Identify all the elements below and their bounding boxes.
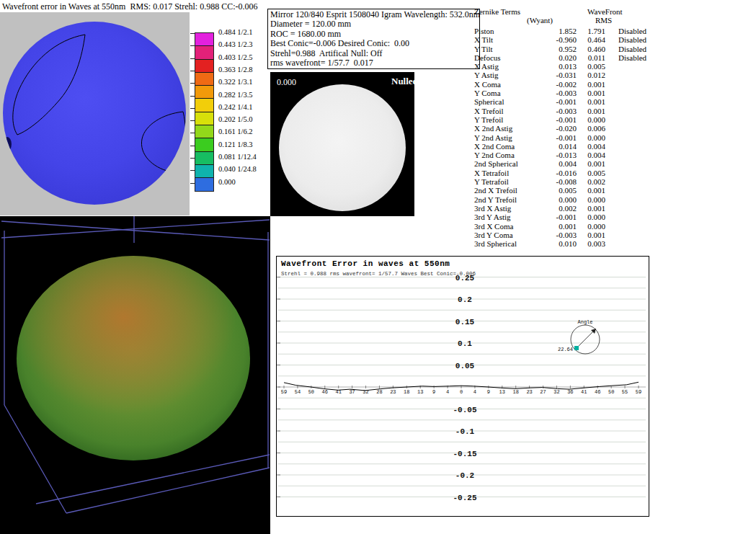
zernike-rows: Piston1.8521.791DisabledX Tilt-0.9600.46… xyxy=(474,27,690,248)
x-axis-label: 59 xyxy=(636,389,641,395)
zernike-rms: 0.006 xyxy=(577,124,605,133)
zernike-term: X Trefoil xyxy=(474,107,543,115)
zernike-status xyxy=(618,151,690,159)
zernike-row[interactable]: 3rd X Coma0.0010.000 xyxy=(474,222,690,231)
zernike-status xyxy=(618,195,690,204)
zernike-gap xyxy=(605,195,618,204)
zernike-wyant: -0.020 xyxy=(543,124,577,133)
zernike-gap xyxy=(605,45,618,53)
scale-tick xyxy=(190,183,195,184)
surface-3d-view[interactable] xyxy=(0,216,270,534)
zernike-wyant: -0.008 xyxy=(543,177,577,186)
null-status-label: Nulled xyxy=(391,76,414,87)
zernike-rms: 0.000 xyxy=(577,133,605,142)
zernike-rms: 0.001 xyxy=(577,204,605,213)
null-interferogram-panel[interactable]: 0.000 Nulled xyxy=(270,72,414,216)
zernike-wyant: -0.003 xyxy=(543,107,577,115)
zernike-wyant: -0.013 xyxy=(543,151,577,159)
y-axis-label: 0.05 xyxy=(455,362,475,370)
zernike-row[interactable]: 2nd X Trefoil0.0050.001 xyxy=(474,186,690,195)
scale-segment xyxy=(195,72,213,85)
zernike-wyant: -0.960 xyxy=(543,35,577,44)
scale-segment xyxy=(195,125,213,138)
zernike-row[interactable]: Y Trefoil-0.0010.000 xyxy=(474,115,690,124)
zernike-row[interactable]: Y Coma-0.0030.001 xyxy=(474,89,690,97)
zernike-row[interactable]: X Astig0.0130.005 xyxy=(474,62,690,71)
y-axis-label: -0.25 xyxy=(453,494,476,502)
x-axis-label: 9 xyxy=(487,389,490,395)
zernike-term: Piston xyxy=(474,27,543,35)
zernike-gap xyxy=(605,71,618,79)
color-scale-legend: 0.484 1/2.10.443 1/2.30.403 1/2.50.363 1… xyxy=(195,32,274,195)
null-rms-value: 0.000 xyxy=(277,77,296,88)
scale-label: 0.121 1/8.3 xyxy=(218,141,253,148)
zernike-status xyxy=(618,133,690,142)
zernike-row[interactable]: X Tetrafoil-0.0160.005 xyxy=(474,169,690,177)
zernike-gap xyxy=(605,124,618,133)
scale-label: 0.363 1/2.8 xyxy=(218,66,253,74)
zernike-col-wavefront: WaveFront xyxy=(587,7,623,16)
zernike-gap xyxy=(605,62,618,71)
zernike-row[interactable]: X Coma-0.0020.001 xyxy=(474,80,690,89)
x-axis-label: 13 xyxy=(417,389,423,395)
zernike-rms: 0.012 xyxy=(577,71,605,79)
x-axis-label: 18 xyxy=(512,389,518,395)
zernike-row[interactable]: X Tilt-0.9600.464Disabled xyxy=(474,35,690,44)
zernike-wyant: -0.031 xyxy=(543,71,577,79)
scale-segment xyxy=(195,85,213,98)
zernike-gap xyxy=(605,142,618,151)
zernike-row[interactable]: Piston1.8521.791Disabled xyxy=(474,27,690,35)
zernike-gap xyxy=(605,53,618,62)
color-scale-bar xyxy=(195,32,214,192)
zernike-title: Zernike Terms xyxy=(474,7,520,16)
zernike-gap xyxy=(605,89,618,97)
zernike-gap xyxy=(605,35,618,44)
zernike-row[interactable]: Y 2nd Coma-0.0130.004 xyxy=(474,151,690,159)
zernike-row[interactable]: 3rd X Astig0.0020.001 xyxy=(474,204,690,213)
zernike-row[interactable]: 2nd Y Trefoil0.0000.000 xyxy=(474,195,690,204)
info-line: Mirror 120/840 Esprit 1508040 Igram Wave… xyxy=(270,10,477,19)
wavefront-contour-map[interactable] xyxy=(0,12,190,215)
zernike-row[interactable]: 3rd Y Coma-0.0030.001 xyxy=(474,231,690,239)
zernike-rms: 0.000 xyxy=(577,115,605,124)
scale-tick xyxy=(190,96,195,97)
scale-tick xyxy=(190,45,195,46)
x-axis-label: 50 xyxy=(308,389,314,395)
x-axis-label: 23 xyxy=(526,389,532,395)
zernike-term: Y Tilt xyxy=(474,45,543,53)
zernike-row[interactable]: 3rd Spherical0.0100.003 xyxy=(474,239,690,248)
zernike-status: Disabled xyxy=(618,45,690,53)
contour-map-title: Wavefront error in Waves at 550nm RMS: 0… xyxy=(2,1,257,12)
scale-tick xyxy=(190,120,195,121)
zernike-row[interactable]: Defocus0.0200.011Disabled xyxy=(474,53,690,62)
x-axis-label: 37 xyxy=(349,389,355,395)
zernike-row[interactable]: 2nd Spherical0.0040.001 xyxy=(474,159,690,168)
zernike-row[interactable]: X 2nd Astig-0.0200.006 xyxy=(474,124,690,133)
profile-plot-panel[interactable]: 0.250.20.150.10.05-0.05-0.1-0.15-0.2-0.2… xyxy=(276,256,649,517)
zernike-wyant: 0.020 xyxy=(543,53,577,62)
zernike-row[interactable]: Y 2nd Astig-0.0010.000 xyxy=(474,133,690,142)
x-axis-label: 27 xyxy=(540,389,546,395)
zernike-status xyxy=(618,71,690,79)
zernike-term: 3rd X Astig xyxy=(474,204,543,213)
scale-label: 0.443 1/2.3 xyxy=(218,40,253,48)
zernike-wyant: 0.952 xyxy=(543,45,577,53)
zernike-row[interactable]: Y Tilt0.9520.460Disabled xyxy=(474,45,690,53)
zernike-row[interactable]: Spherical-0.0010.001 xyxy=(474,97,690,106)
x-axis-label: 59 xyxy=(281,389,287,395)
y-axis-label: -0.05 xyxy=(453,406,476,414)
zernike-row[interactable]: Y Tetrafoil-0.0080.002 xyxy=(474,177,690,186)
zernike-rms: 0.000 xyxy=(577,213,605,221)
zernike-row[interactable]: Y Astig-0.0310.012 xyxy=(474,71,690,79)
zernike-gap xyxy=(605,177,618,186)
scale-segment xyxy=(195,177,213,190)
scale-label: 0.000 xyxy=(218,178,236,186)
x-axis-label: 50 xyxy=(608,389,614,395)
zernike-row[interactable]: 3rd Y Astig-0.0010.000 xyxy=(474,213,690,221)
scale-tick xyxy=(190,133,195,133)
zernike-terms-table: Zernike Terms WaveFront (Wyant) RMS Pist… xyxy=(474,7,690,252)
zernike-rms: 0.001 xyxy=(577,80,605,89)
zernike-row[interactable]: X Trefoil-0.0030.001 xyxy=(474,107,690,115)
zernike-row[interactable]: X 2nd Coma0.0140.004 xyxy=(474,142,690,151)
zernike-wyant: 0.005 xyxy=(543,186,577,195)
